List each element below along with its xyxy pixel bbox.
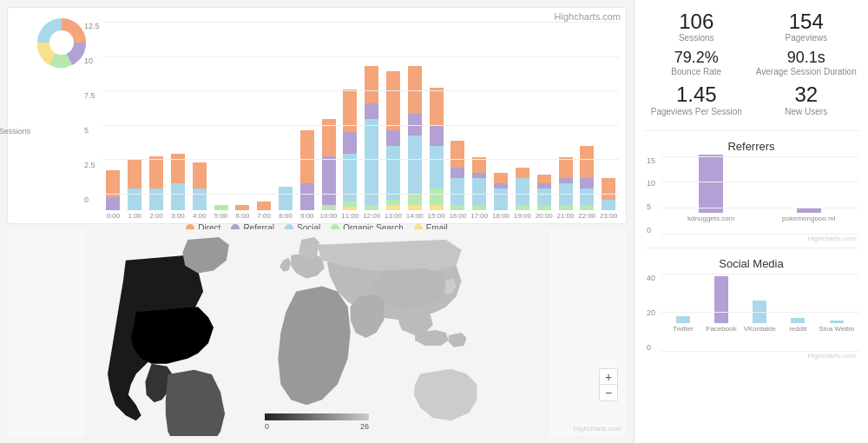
bar-group <box>297 71 318 210</box>
soc-bar-sina-bar <box>830 321 844 323</box>
bar-segment <box>365 205 378 210</box>
referrers-title: Referrers <box>643 140 859 153</box>
pageviews-value: 154 <box>755 10 858 33</box>
scale-max: 26 <box>360 422 369 431</box>
scale-labels: 0 26 <box>265 422 369 431</box>
bar-segment <box>171 183 185 210</box>
bar-segment <box>106 170 120 197</box>
map-highcharts: Highcharts.com <box>573 425 621 433</box>
ref-label-pokemon: pokemongooo.ml <box>782 215 835 222</box>
bar-group <box>124 71 145 210</box>
bar-group <box>448 71 469 210</box>
bar-group <box>339 71 360 210</box>
x-label: 18:00 <box>490 212 511 220</box>
zoom-out-button[interactable]: − <box>600 385 617 400</box>
bar-group <box>189 71 210 210</box>
bar-segment <box>408 205 422 210</box>
bar-group <box>383 71 404 210</box>
divider-1 <box>643 130 859 131</box>
bar-segment <box>494 188 508 210</box>
bar-segment <box>559 183 573 205</box>
x-label: 13:00 <box>383 212 404 220</box>
right-stats: 106 Sessions 154 Pageviews 79.2% Bounce … <box>643 9 859 118</box>
ref-y-tick: 10 <box>647 179 657 188</box>
bar-segment <box>322 119 336 156</box>
stat-bounce-rate: 79.2% Bounce Rate <box>643 48 750 78</box>
bar-segment <box>580 146 594 178</box>
soc-label-reddit: reddit <box>789 325 806 333</box>
referrers-highcharts: Highcharts.com <box>643 235 859 242</box>
bar-segment <box>450 168 464 178</box>
bar-segment <box>472 157 486 173</box>
bar-segment <box>602 178 615 200</box>
pvps-label: Pageviews Per Session <box>645 107 748 116</box>
bar-group <box>490 71 511 210</box>
bar-segment <box>580 188 594 204</box>
x-label: 12:00 <box>361 212 382 220</box>
bar-segment <box>537 188 551 204</box>
bar-group <box>146 71 167 210</box>
bar-segment <box>322 205 336 210</box>
left-panel: Highcharts.com 12.5 <box>0 0 634 443</box>
map-svg <box>7 229 627 436</box>
soc-label-twitter: Twitter <box>673 325 694 333</box>
bar-segment <box>580 205 594 210</box>
pie-chart <box>34 15 90 71</box>
bar-segment <box>365 119 378 204</box>
bounce-rate-label: Bounce Rate <box>645 67 748 76</box>
stat-new-users: 32 New Users <box>753 82 860 117</box>
stat-avg-session: 90.1s Average Session Duration <box>753 48 860 78</box>
bar-segment <box>343 154 357 202</box>
x-label: 2:00 <box>146 212 167 220</box>
sessions-label: Sessions <box>645 33 748 43</box>
x-label: 20:00 <box>534 212 555 220</box>
y-tick: 0 <box>84 195 100 204</box>
bar-group <box>253 71 274 210</box>
x-label: 23:00 <box>598 212 619 220</box>
soc-bar-reddit: reddit <box>780 318 815 333</box>
bar-segment <box>257 202 271 210</box>
bar-segment <box>322 156 336 204</box>
zoom-controls[interactable]: + − <box>599 368 618 401</box>
bar-segment <box>128 188 141 210</box>
ref-y-tick: 15 <box>647 156 657 165</box>
x-label: 1:00 <box>124 212 145 220</box>
bar-segment <box>450 205 464 210</box>
bar-segment <box>214 205 228 210</box>
x-label: 11:00 <box>339 212 360 220</box>
social-highcharts: Highcharts.com <box>643 352 859 360</box>
bar-segment <box>516 205 529 210</box>
referrers-section: Referrers 15 10 5 0 <box>643 140 859 242</box>
bar-group <box>469 71 490 210</box>
bar-segment <box>430 188 444 204</box>
bar-segment <box>365 66 378 103</box>
bar-segment <box>537 205 551 210</box>
bar-segment <box>472 205 486 210</box>
x-label: 4:00 <box>189 212 210 220</box>
y-tick: 5 <box>84 126 100 135</box>
bar-segment <box>516 178 529 205</box>
bar-segment <box>106 197 120 210</box>
zoom-in-button[interactable]: + <box>600 369 617 385</box>
soc-bar-vk-bar <box>753 301 766 323</box>
social-media-title: Social Media <box>643 257 859 270</box>
bar-group <box>534 71 555 210</box>
x-label: 6:00 <box>232 212 253 220</box>
bar-segment <box>408 114 422 136</box>
y-tick: 7.5 <box>84 91 100 100</box>
bar-segment <box>365 103 378 119</box>
bar-segment <box>193 188 207 210</box>
world-map: + − 0 26 Highcharts.com <box>7 229 627 436</box>
bar-group <box>361 71 382 210</box>
x-label: 9:00 <box>297 212 318 220</box>
bar-segment <box>149 156 163 188</box>
bar-segment <box>430 146 444 188</box>
new-users-label: New Users <box>755 107 858 116</box>
bar-group <box>512 71 533 210</box>
bar-group <box>275 71 296 210</box>
bar-segment <box>494 173 508 183</box>
x-label: 15:00 <box>426 212 447 220</box>
bar-segment <box>559 205 573 210</box>
sessions-value: 106 <box>645 10 748 33</box>
bar-segment <box>559 157 573 179</box>
